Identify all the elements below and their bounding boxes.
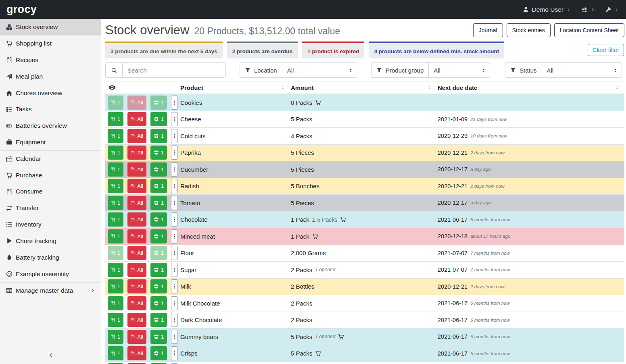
sidebar-item-recipes[interactable]: Recipes <box>0 52 101 69</box>
row-menu-button[interactable] <box>171 212 178 227</box>
consume-one-button[interactable]: 1 <box>108 212 123 227</box>
sidebar-item-battery-tracking[interactable]: Battery tracking <box>0 249 101 266</box>
sidebar-item-manage-master-data[interactable]: Manage master data <box>0 282 101 299</box>
journal-button[interactable]: Journal <box>473 23 503 37</box>
sidebar-item-calendar[interactable]: Calendar <box>0 150 101 167</box>
consume-all-button[interactable]: All <box>127 229 146 243</box>
row-menu-button[interactable] <box>171 229 178 243</box>
sidebar-item-meal-plan[interactable]: Meal plan <box>0 68 101 85</box>
row-menu-button[interactable] <box>171 96 178 110</box>
consume-one-button[interactable]: 1 <box>108 162 123 177</box>
row-menu-button[interactable] <box>171 129 178 143</box>
open-one-button[interactable]: 1 <box>150 112 167 126</box>
row-menu-button[interactable] <box>171 246 178 260</box>
location-content-sheet-button[interactable]: Location Content Sheet <box>554 23 624 37</box>
search-input[interactable] <box>123 63 225 77</box>
consume-all-button[interactable]: All <box>127 246 146 260</box>
consume-all-button[interactable]: All <box>127 96 146 110</box>
open-one-button[interactable]: 1 <box>150 313 167 327</box>
consume-all-button[interactable]: All <box>127 279 146 293</box>
consume-all-button[interactable]: All <box>127 263 146 277</box>
due-soon-banner[interactable]: 3 products are due within the next 5 day… <box>105 42 223 58</box>
sidebar-item-example-userentity[interactable]: Example userentity <box>0 266 101 282</box>
consume-all-button[interactable]: All <box>127 112 146 126</box>
product-group-select[interactable]: All <box>429 63 490 77</box>
open-one-button[interactable]: 1 <box>150 279 167 293</box>
sidebar-item-chore-tracking[interactable]: Chore tracking <box>0 233 101 249</box>
open-one-button[interactable]: 1 <box>150 330 167 344</box>
consume-one-button[interactable]: 1 <box>108 246 123 260</box>
below-min-stock-banner[interactable]: 4 products are below defined min. stock … <box>369 42 504 58</box>
open-one-button[interactable]: 1 <box>150 146 167 160</box>
column-header-next-due-date[interactable]: Next due date <box>437 84 624 91</box>
open-one-button[interactable]: 1 <box>150 246 167 260</box>
shopping-cart-icon[interactable] <box>315 350 321 356</box>
consume-one-button[interactable]: 1 <box>108 196 123 210</box>
collapse-sidebar-button[interactable] <box>0 346 101 364</box>
shopping-cart-icon[interactable] <box>340 216 346 223</box>
sidebar-item-equipment[interactable]: Equipment <box>0 134 101 151</box>
toggle-columns-eye-icon[interactable] <box>105 84 179 91</box>
consume-all-button[interactable]: All <box>127 212 146 227</box>
sidebar-item-tasks[interactable]: Tasks <box>0 101 101 118</box>
consume-one-button[interactable]: 1 <box>108 129 123 143</box>
user-menu[interactable]: Demo User <box>523 6 571 13</box>
clear-filter-button[interactable]: Clear filter <box>588 44 624 56</box>
consume-all-button[interactable]: All <box>127 129 146 143</box>
row-menu-button[interactable] <box>171 162 178 177</box>
consume-all-button[interactable]: All <box>127 296 146 310</box>
sidebar-item-shopping-list[interactable]: Shopping list <box>0 35 101 52</box>
consume-one-button[interactable]: 1 <box>108 279 123 293</box>
sidebar-item-inventory[interactable]: Inventory <box>0 216 101 233</box>
row-menu-button[interactable] <box>171 346 178 360</box>
open-one-button[interactable]: 1 <box>150 196 167 210</box>
row-menu-button[interactable] <box>171 313 178 327</box>
consume-one-button[interactable]: 1 <box>108 229 123 243</box>
settings-menu[interactable] <box>581 6 595 13</box>
row-menu-button[interactable] <box>171 146 178 160</box>
consume-all-button[interactable]: All <box>127 313 146 327</box>
shopping-cart-icon[interactable] <box>315 100 321 106</box>
open-one-button[interactable]: 1 <box>150 296 167 310</box>
consume-all-button[interactable]: All <box>127 346 146 360</box>
shopping-cart-icon[interactable] <box>312 233 318 239</box>
open-one-button[interactable]: 1 <box>150 263 167 277</box>
consume-one-button[interactable]: 1 <box>108 330 123 344</box>
consume-one-button[interactable]: 1 <box>108 346 123 360</box>
row-menu-button[interactable] <box>171 330 178 344</box>
open-one-button[interactable]: 1 <box>150 129 167 143</box>
sidebar-item-transfer[interactable]: Transfer <box>0 200 101 216</box>
open-one-button[interactable]: 1 <box>150 346 167 360</box>
row-menu-button[interactable] <box>171 196 178 210</box>
admin-menu[interactable] <box>605 6 619 12</box>
sidebar-item-batteries-overview[interactable]: Batteries overview <box>0 118 101 134</box>
consume-one-button[interactable]: 1 <box>108 146 123 160</box>
status-select[interactable]: All <box>542 63 622 77</box>
open-one-button[interactable]: 1 <box>150 179 167 193</box>
open-one-button[interactable]: 1 <box>150 229 167 243</box>
open-one-button[interactable]: 1 <box>150 96 167 110</box>
stock-entries-button[interactable]: Stock entries <box>507 23 551 37</box>
overdue-banner[interactable]: 2 products are overdue <box>227 42 298 58</box>
consume-all-button[interactable]: All <box>127 146 146 160</box>
row-menu-button[interactable] <box>171 296 178 310</box>
sidebar-item-purchase[interactable]: Purchase <box>0 167 101 183</box>
consume-one-button[interactable]: 1 <box>108 112 123 126</box>
row-menu-button[interactable] <box>171 112 178 126</box>
app-logo[interactable]: grocy <box>6 3 37 16</box>
sidebar-item-chores-overview[interactable]: Chores overview <box>0 85 101 101</box>
consume-all-button[interactable]: All <box>127 330 146 344</box>
consume-one-button[interactable]: 1 <box>108 296 123 310</box>
consume-one-button[interactable]: 1 <box>108 263 123 277</box>
row-menu-button[interactable] <box>171 263 178 277</box>
column-header-amount[interactable]: Amount <box>290 84 437 91</box>
location-select[interactable]: All <box>282 63 357 77</box>
open-one-button[interactable]: 1 <box>150 162 167 177</box>
consume-one-button[interactable]: 1 <box>108 179 123 193</box>
consume-one-button[interactable]: 1 <box>108 96 123 110</box>
expired-banner[interactable]: 1 product is expired <box>302 42 364 58</box>
shopping-cart-icon[interactable] <box>338 334 344 340</box>
open-one-button[interactable]: 1 <box>150 212 167 227</box>
consume-all-button[interactable]: All <box>127 162 146 177</box>
sidebar-item-stock-overview[interactable]: Stock overview <box>0 19 101 35</box>
